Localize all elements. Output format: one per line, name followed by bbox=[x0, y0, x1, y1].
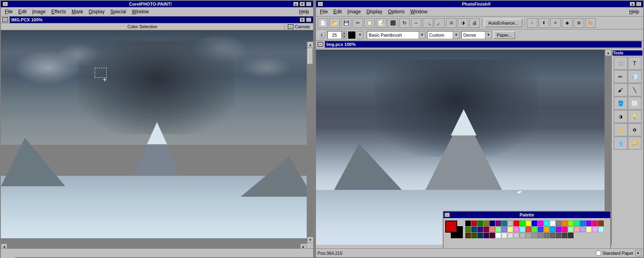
palette-color-swatch[interactable] bbox=[489, 227, 495, 232]
palette-color-swatch[interactable] bbox=[562, 227, 568, 232]
corel-scroll-down-btn[interactable]: ▼ bbox=[299, 2, 305, 6]
img-restore-btn[interactable]: ↑ bbox=[306, 17, 312, 22]
palette-color-swatch[interactable] bbox=[562, 221, 568, 226]
tb-new[interactable]: 📄 bbox=[318, 18, 328, 28]
palette-color-swatch[interactable] bbox=[495, 227, 501, 232]
corel-restore-btn[interactable]: □ bbox=[306, 2, 312, 6]
tb-extra2[interactable]: ⬆ bbox=[539, 18, 549, 28]
palette-color-swatch[interactable] bbox=[550, 233, 555, 238]
standard-paper-checkbox[interactable] bbox=[596, 251, 601, 256]
rt-fill[interactable]: 🪣 bbox=[614, 97, 627, 110]
info-button[interactable]: i bbox=[318, 31, 326, 39]
palette-color-swatch[interactable] bbox=[586, 221, 592, 226]
palette-color-swatch[interactable] bbox=[495, 221, 501, 226]
width-input[interactable]: 25 bbox=[327, 31, 342, 39]
palette-color-swatch[interactable] bbox=[574, 221, 580, 226]
palette-color-swatch[interactable] bbox=[556, 233, 561, 238]
corel-menu-window[interactable]: Window bbox=[129, 8, 151, 15]
tb-zoom-in[interactable]: 🔍 bbox=[423, 18, 433, 28]
pf-menu-help[interactable]: Help bbox=[627, 8, 642, 15]
pf-menu-image[interactable]: Image bbox=[345, 8, 363, 15]
img-scroll-btn[interactable]: ▼ bbox=[299, 17, 305, 22]
tb-color-bal[interactable]: ⚖ bbox=[446, 18, 456, 28]
rt-clone[interactable]: ✿ bbox=[628, 123, 642, 136]
tb-extra1[interactable]: ↕ bbox=[527, 18, 537, 28]
pf-scroll-up-btn[interactable]: ▲ bbox=[630, 2, 635, 6]
tb-extra5[interactable]: ⊞ bbox=[574, 18, 584, 28]
corel-menu-file[interactable]: File bbox=[2, 8, 15, 15]
palette-color-swatch[interactable] bbox=[489, 221, 495, 226]
palette-color-swatch[interactable] bbox=[520, 233, 525, 238]
pf-minimize-btn[interactable]: ─ bbox=[318, 2, 323, 6]
rt-sharpen[interactable]: 💡 bbox=[628, 110, 642, 123]
scroll-down-btn[interactable]: ▼ bbox=[307, 237, 313, 243]
palette-color-swatch[interactable] bbox=[550, 221, 555, 226]
palette-color-swatch[interactable] bbox=[483, 227, 489, 232]
rt-line[interactable]: ╲ bbox=[628, 83, 642, 96]
palette-color-swatch[interactable] bbox=[465, 227, 471, 232]
rt-pencil[interactable]: ✏ bbox=[614, 70, 627, 83]
palette-color-swatch[interactable] bbox=[477, 221, 483, 226]
palette-color-swatch[interactable] bbox=[514, 227, 519, 232]
corel-menu-display[interactable]: Display bbox=[87, 8, 107, 15]
palette-color-swatch[interactable] bbox=[598, 221, 604, 226]
palette-color-swatch[interactable] bbox=[580, 221, 586, 226]
palette-color-swatch[interactable] bbox=[544, 221, 549, 226]
fg-bg-color-widget[interactable] bbox=[445, 221, 463, 238]
brush-color-swatch[interactable] bbox=[348, 31, 355, 39]
custom-arrow[interactable]: ▼ bbox=[453, 31, 460, 39]
palette-color-swatch[interactable] bbox=[489, 233, 495, 238]
pf-scroll-up[interactable]: ▲ bbox=[605, 50, 611, 56]
tb-paste[interactable]: 📝 bbox=[376, 18, 386, 28]
brush-color-arrow[interactable]: ▼ bbox=[357, 31, 363, 39]
rt-dropper[interactable]: 💧 bbox=[614, 137, 627, 150]
corel-menu-special[interactable]: Special bbox=[108, 8, 128, 15]
palette-color-swatch[interactable] bbox=[538, 233, 543, 238]
palette-color-swatch[interactable] bbox=[580, 227, 586, 232]
corel-menu-image[interactable]: Image bbox=[30, 8, 48, 15]
rt-airbrush[interactable]: 💨 bbox=[628, 70, 642, 83]
pf-menu-file[interactable]: File bbox=[318, 8, 330, 15]
palette-color-swatch[interactable] bbox=[568, 227, 574, 232]
rt-dotted-rect[interactable]: ⬚ bbox=[614, 57, 627, 70]
pf-restore-btn[interactable]: □ bbox=[636, 2, 642, 6]
pf-img-minimize[interactable]: ─ bbox=[318, 42, 323, 47]
auto-enhance-btn[interactable]: AutoEnhance... bbox=[484, 19, 522, 27]
tb-rotate[interactable]: ↻ bbox=[399, 18, 410, 28]
palette-color-swatch[interactable] bbox=[495, 233, 501, 238]
pf-menu-edit[interactable]: Edit bbox=[331, 8, 344, 15]
tb-crop[interactable]: ⬛ bbox=[388, 18, 398, 28]
tb-copy[interactable]: 📋 bbox=[364, 18, 375, 28]
palette-color-swatch[interactable] bbox=[556, 221, 561, 226]
rt-dodge[interactable]: ◑ bbox=[614, 110, 627, 123]
tb-save[interactable]: 💾 bbox=[341, 18, 351, 28]
palette-color-swatch[interactable] bbox=[532, 221, 537, 226]
palette-color-swatch[interactable] bbox=[586, 227, 592, 232]
palette-color-swatch[interactable] bbox=[471, 221, 477, 226]
pf-menu-display[interactable]: Display bbox=[364, 8, 384, 15]
palette-color-swatch[interactable] bbox=[574, 227, 580, 232]
palette-color-swatch[interactable] bbox=[538, 221, 543, 226]
tb-extra6[interactable]: 🎨 bbox=[585, 18, 596, 28]
palette-color-swatch[interactable] bbox=[502, 221, 507, 226]
palette-color-swatch[interactable] bbox=[544, 233, 549, 238]
tb-open[interactable]: 📂 bbox=[329, 18, 340, 28]
density-arrow[interactable]: ▼ bbox=[485, 31, 492, 39]
palette-color-swatch[interactable] bbox=[471, 233, 477, 238]
palette-color-swatch[interactable] bbox=[514, 221, 519, 226]
fg-color-swatch[interactable] bbox=[445, 221, 457, 233]
scroll-up-btn[interactable]: ▲ bbox=[307, 42, 313, 48]
rt-eraser[interactable]: ⬜ bbox=[628, 97, 642, 110]
palette-color-swatch[interactable] bbox=[483, 221, 489, 226]
palette-color-swatch[interactable] bbox=[598, 227, 604, 232]
palette-color-swatch[interactable] bbox=[568, 233, 574, 238]
palette-color-swatch[interactable] bbox=[520, 227, 525, 232]
palette-color-swatch[interactable] bbox=[520, 221, 525, 226]
paper-btn[interactable]: Paper... bbox=[493, 31, 515, 39]
pf-menu-options[interactable]: Options bbox=[386, 8, 407, 15]
palette-color-swatch[interactable] bbox=[562, 233, 568, 238]
brush-type-arrow[interactable]: ▼ bbox=[419, 31, 425, 39]
palette-color-swatch[interactable] bbox=[477, 233, 483, 238]
palette-color-swatch[interactable] bbox=[514, 233, 519, 238]
palette-color-swatch[interactable] bbox=[502, 233, 507, 238]
